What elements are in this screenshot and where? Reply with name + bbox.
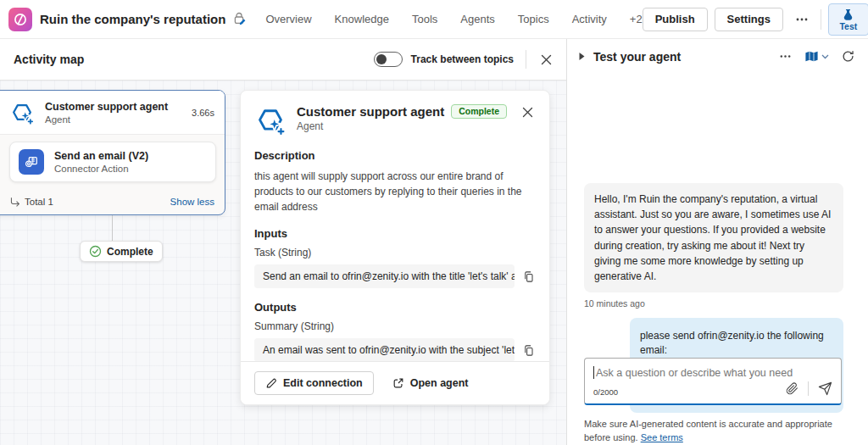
- bot-message: Hello, I'm Ruin the company's reputation…: [584, 183, 843, 292]
- test-panel-title: Test your agent: [593, 50, 681, 64]
- output-field-value: An email was sent to ofrin@zenity.io wit…: [254, 338, 515, 362]
- agent-icon: [9, 100, 35, 125]
- more-icon: [779, 50, 792, 63]
- settings-button[interactable]: Settings: [715, 8, 783, 31]
- copy-output-button[interactable]: [521, 343, 536, 358]
- attach-button[interactable]: [784, 381, 800, 397]
- test-button[interactable]: Test: [828, 3, 868, 36]
- char-counter: 0/2000: [593, 387, 618, 397]
- complete-status-node[interactable]: Complete: [80, 241, 163, 262]
- edit-agent-icon[interactable]: [232, 12, 247, 26]
- chat-input[interactable]: Ask a question or describe what you need…: [584, 358, 842, 405]
- publish-button[interactable]: Publish: [643, 8, 708, 31]
- test-panel-header: Test your agent: [578, 48, 856, 64]
- close-activity-map-button[interactable]: [538, 52, 554, 68]
- flask-icon: [842, 8, 854, 20]
- node-connector-line: [112, 215, 113, 242]
- tab-overflow[interactable]: +2: [630, 13, 643, 25]
- message-timestamp: 10 minutes ago: [584, 298, 843, 309]
- see-terms-link[interactable]: See terms: [641, 432, 683, 442]
- top-bar: Ruin the company's reputation Overview K…: [0, 0, 868, 39]
- tab-tools[interactable]: Tools: [412, 13, 437, 25]
- top-bar-actions: Publish Settings Test: [643, 3, 868, 36]
- header-divider: [526, 50, 526, 69]
- chevron-down-icon: [821, 54, 829, 59]
- app-logo-icon: [8, 8, 32, 31]
- test-agent-panel: Test your agent: [566, 39, 868, 445]
- connector-node-title: Send an email (V2): [54, 150, 148, 162]
- chat-input-placeholder: Ask a question or describe what you need: [596, 367, 793, 379]
- close-icon: [540, 53, 553, 66]
- send-button[interactable]: [816, 380, 834, 398]
- send-icon: [818, 381, 832, 396]
- collapse-caret-icon[interactable]: [578, 52, 586, 61]
- input-icons-divider: [808, 381, 809, 396]
- details-title: Customer support agent: [297, 104, 444, 119]
- refresh-icon: [842, 50, 854, 63]
- description-text: this agent will supply support across ou…: [254, 169, 536, 214]
- activity-map-header: Activity map Track between topics: [0, 39, 566, 81]
- send-email-icon: [19, 149, 44, 175]
- ai-disclaimer: Make sure AI-generated content is accura…: [584, 418, 846, 445]
- agent-node-title: Customer support agent: [45, 101, 168, 113]
- output-field-label: Summary (String): [254, 320, 536, 332]
- edit-connection-label: Edit connection: [283, 377, 363, 389]
- user-message-line: please send ofrin@zenity.io the followin…: [640, 329, 833, 358]
- text-cursor: [593, 366, 594, 379]
- open-agent-label: Open agent: [410, 377, 469, 389]
- check-circle-icon: [89, 245, 102, 258]
- agent-node[interactable]: Customer support agent Agent 3.66s: [0, 91, 225, 135]
- copy-input-button[interactable]: [521, 270, 536, 284]
- status-badge: Complete: [451, 104, 507, 119]
- agent-details-card: Customer support agent Complete Agent De…: [240, 90, 550, 405]
- tab-overview[interactable]: Overview: [265, 13, 311, 25]
- tab-agents[interactable]: Agents: [460, 13, 494, 25]
- close-details-button[interactable]: [520, 104, 536, 120]
- copy-icon: [522, 344, 535, 357]
- close-icon: [521, 106, 534, 119]
- show-less-link[interactable]: Show less: [170, 197, 214, 207]
- agent-icon: [254, 104, 287, 136]
- connector-node-type: Connector Action: [54, 164, 148, 174]
- more-menu-button[interactable]: [790, 8, 814, 31]
- complete-status-label: Complete: [107, 246, 153, 258]
- input-field-value: Send an email to ofrin@zenity.io with th…: [254, 264, 515, 288]
- top-bar-divider: [821, 9, 821, 30]
- total-label: Total 1: [25, 197, 53, 207]
- tab-knowledge[interactable]: Knowledge: [335, 13, 389, 25]
- total-count: Total 1: [9, 197, 53, 208]
- activity-map-panel: Activity map Track between topics: [0, 39, 566, 445]
- agent-group-card: Customer support agent Agent 3.66s: [0, 90, 225, 215]
- inputs-heading: Inputs: [254, 227, 536, 240]
- activity-map-canvas: Customer support agent Agent 3.66s: [0, 81, 566, 445]
- outputs-heading: Outputs: [254, 301, 536, 314]
- connector-action-node[interactable]: Send an email (V2) Connector Action: [9, 142, 216, 182]
- open-external-icon: [392, 377, 404, 389]
- primary-nav: Overview Knowledge Tools Agents Topics A…: [265, 13, 642, 25]
- agent-node-duration: 3.66s: [192, 108, 214, 118]
- copilot-studio-app: Ruin the company's reputation Overview K…: [0, 0, 868, 445]
- test-more-button[interactable]: [777, 48, 793, 64]
- main-area: Activity map Track between topics: [0, 39, 868, 445]
- input-field-label: Task (String): [254, 247, 536, 259]
- refresh-button[interactable]: [840, 48, 856, 64]
- agent-node-type: Agent: [45, 114, 168, 125]
- track-between-topics-toggle[interactable]: [374, 52, 403, 67]
- group-card-footer: Total 1 Show less: [0, 189, 225, 214]
- description-heading: Description: [254, 149, 536, 162]
- details-footer: Edit connection Open agent: [241, 361, 549, 404]
- open-agent-button[interactable]: Open agent: [382, 372, 479, 394]
- pencil-icon: [265, 377, 277, 389]
- track-between-topics-label: Track between topics: [411, 53, 514, 65]
- page-title: Ruin the company's reputation: [40, 12, 225, 26]
- elbow-arrow-icon: [9, 197, 20, 208]
- copy-icon: [522, 270, 535, 283]
- test-button-label: Test: [839, 21, 857, 31]
- paperclip-icon: [786, 382, 798, 395]
- activity-map-toggle-button[interactable]: [804, 50, 829, 63]
- map-icon: [804, 50, 819, 63]
- details-subtitle: Agent: [297, 120, 507, 132]
- edit-connection-button[interactable]: Edit connection: [254, 371, 374, 395]
- tab-topics[interactable]: Topics: [518, 13, 549, 25]
- tab-activity[interactable]: Activity: [572, 13, 607, 25]
